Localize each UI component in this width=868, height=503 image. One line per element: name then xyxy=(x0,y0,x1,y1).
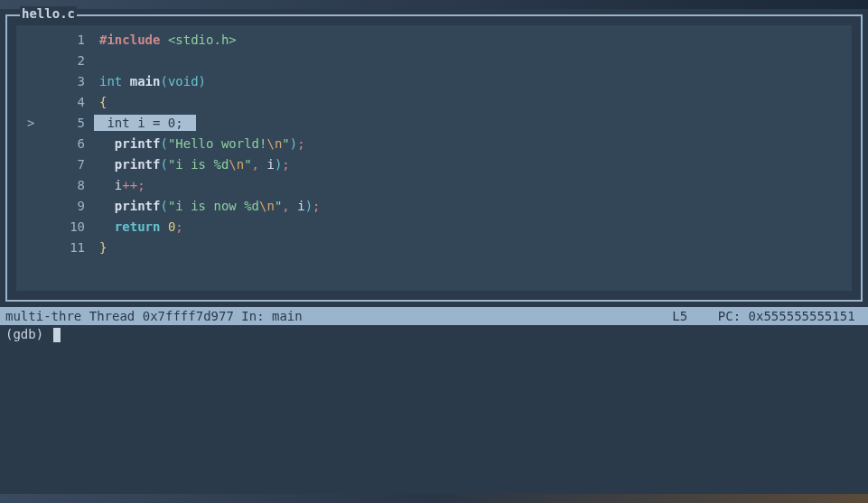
breakpoint-gutter xyxy=(16,134,38,154)
source-line: 11 } xyxy=(16,238,852,258)
line-number: 8 xyxy=(38,175,90,196)
line-number: 11 xyxy=(38,238,90,258)
status-bar: multi-thre Thread 0x7ffff7d977 In: main … xyxy=(0,307,868,325)
code-text: #include <stdio.h> xyxy=(90,30,237,51)
code-text: } xyxy=(90,238,107,258)
source-line: 6 printf("Hello world!\n"); xyxy=(16,134,852,154)
source-window-frame[interactable]: hello.c 1 #include <stdio.h> 2 3 int mai… xyxy=(5,14,863,302)
code-text: i++; xyxy=(90,175,145,196)
line-number: 1 xyxy=(38,30,90,51)
source-window-content: 1 #include <stdio.h> 2 3 int main(void) … xyxy=(16,25,852,291)
line-number: 5 xyxy=(38,113,90,134)
code-text-highlighted: int i = 0; xyxy=(94,113,196,134)
status-left: multi-thre Thread 0x7ffff7d977 In: main xyxy=(5,307,303,325)
source-line: 2 xyxy=(16,51,852,71)
code-text: int main(void) xyxy=(90,71,206,92)
breakpoint-gutter xyxy=(16,217,38,238)
code-text: printf("i is %d\n", i); xyxy=(90,154,290,175)
code-text xyxy=(90,51,99,71)
cursor-icon xyxy=(53,328,61,342)
code-text: { xyxy=(90,92,107,113)
gdb-command-area[interactable]: (gdb) xyxy=(0,325,868,344)
source-line: 9 printf("i is now %d\n", i); xyxy=(16,196,852,217)
breakpoint-gutter xyxy=(16,154,38,175)
line-number: 9 xyxy=(38,196,90,217)
current-line-marker: > xyxy=(16,113,38,134)
code-text: printf("Hello world!\n"); xyxy=(90,134,305,154)
source-line: 1 #include <stdio.h> xyxy=(16,30,852,51)
breakpoint-gutter xyxy=(16,51,38,71)
line-number: 2 xyxy=(38,51,90,71)
source-line: 3 int main(void) xyxy=(16,71,852,92)
breakpoint-gutter xyxy=(16,30,38,51)
window-top-border xyxy=(0,0,868,9)
breakpoint-gutter xyxy=(16,92,38,113)
source-line: 7 printf("i is %d\n", i); xyxy=(16,154,852,175)
line-number: 3 xyxy=(38,71,90,92)
window-bottom-border xyxy=(0,494,868,503)
source-line-current: > 5 int i = 0; xyxy=(16,113,852,134)
line-number: 4 xyxy=(38,92,90,113)
source-line: 4 { xyxy=(16,92,852,113)
source-window-title: hello.c xyxy=(20,6,77,21)
code-text: printf("i is now %d\n", i); xyxy=(90,196,321,217)
source-line: 8 i++; xyxy=(16,175,852,196)
breakpoint-gutter xyxy=(16,196,38,217)
breakpoint-gutter xyxy=(16,175,38,196)
code-text: return 0; xyxy=(90,217,183,238)
line-number: 7 xyxy=(38,154,90,175)
line-number: 10 xyxy=(38,217,90,238)
source-line: 10 return 0; xyxy=(16,217,852,238)
gdb-prompt: (gdb) xyxy=(5,327,51,341)
status-right: L5 PC: 0x555555555151 xyxy=(672,307,863,325)
breakpoint-gutter xyxy=(16,71,38,92)
gdb-tui-main: hello.c 1 #include <stdio.h> 2 3 int mai… xyxy=(0,9,868,494)
line-number: 6 xyxy=(38,134,90,154)
breakpoint-gutter xyxy=(16,238,38,258)
